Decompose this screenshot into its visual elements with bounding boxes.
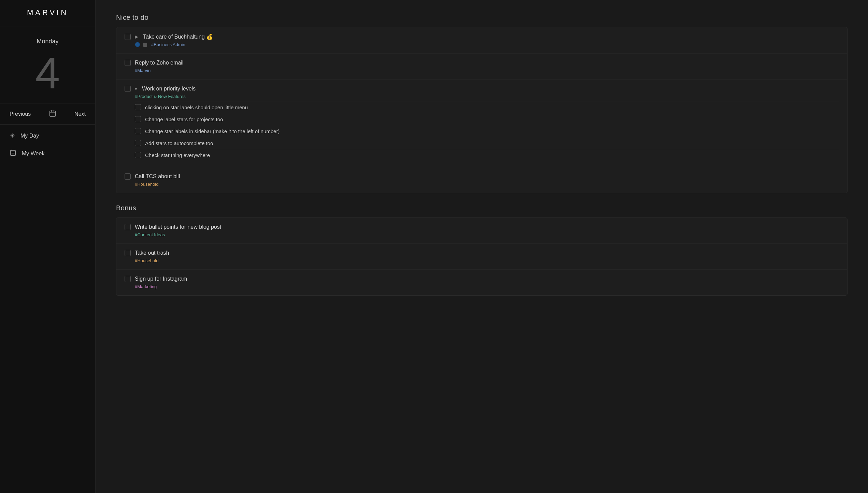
task-tag-row-task-buchhaltung: 🔵#Business Admin (125, 42, 839, 47)
task-item-task-tcs: Call TCS about bill#Household (116, 167, 847, 193)
sun-icon: ☀ (10, 132, 15, 140)
section-nice-to-do: Nice to do▶Take care of Buchhaltung 💰🔵#B… (116, 14, 848, 193)
calendar-icon-button[interactable] (49, 110, 56, 118)
task-text-task-buchhaltung: Take care of Buchhaltung 💰 (143, 33, 213, 40)
task-main-row-task-buchhaltung: ▶Take care of Buchhaltung 💰 (125, 33, 839, 40)
task-item-task-instagram: Sign up for Instagram#Marketing (116, 270, 847, 295)
sidebar-item-my-week[interactable]: My Week (0, 144, 95, 163)
task-tag-label-task-buchhaltung: #Business Admin (151, 42, 185, 47)
day-number: 4 (35, 51, 60, 95)
task-checkbox-task-buchhaltung[interactable] (125, 34, 131, 40)
logo-area: MARVIN (0, 0, 95, 27)
day-section: Monday 4 (0, 27, 95, 103)
next-button[interactable]: Next (74, 111, 86, 117)
task-tag-label-task-trash: #Household (135, 258, 158, 263)
task-list-nice-to-do: ▶Take care of Buchhaltung 💰🔵#Business Ad… (116, 27, 848, 193)
task-item-task-buchhaltung: ▶Take care of Buchhaltung 💰🔵#Business Ad… (116, 27, 847, 54)
sub-task-list-task-priority: clicking on star labels should open litt… (125, 101, 839, 161)
sub-task-checkbox-sub-3[interactable] (135, 128, 141, 134)
sidebar-item-my-day[interactable]: ☀ My Day (0, 127, 95, 144)
collapse-icon-task-priority[interactable]: ▾ (135, 86, 137, 91)
section-header-bonus: Bonus (116, 204, 848, 212)
svg-rect-0 (50, 111, 56, 117)
section-header-nice-to-do: Nice to do (116, 14, 848, 22)
task-checkbox-task-instagram[interactable] (125, 276, 131, 282)
sub-task-item-sub-1: clicking on star labels should open litt… (135, 101, 839, 113)
main-content: Nice to do▶Take care of Buchhaltung 💰🔵#B… (96, 0, 868, 493)
sub-task-text-sub-1: clicking on star labels should open litt… (145, 104, 248, 110)
task-tag-row-task-priority: #Product & New Features (125, 94, 839, 99)
previous-button[interactable]: Previous (10, 111, 31, 117)
sub-task-checkbox-sub-4[interactable] (135, 140, 141, 146)
task-checkbox-task-zoho[interactable] (125, 60, 131, 66)
task-checkbox-task-trash[interactable] (125, 250, 131, 256)
task-checkbox-task-blog[interactable] (125, 224, 131, 230)
day-name: Monday (37, 38, 58, 45)
sub-task-item-sub-2: Change label stars for projects too (135, 113, 839, 125)
task-tag-row-task-trash: #Household (125, 258, 839, 263)
task-text-task-tcs: Call TCS about bill (135, 173, 180, 180)
sub-task-checkbox-sub-1[interactable] (135, 104, 141, 110)
task-tag-label-task-priority: #Product & New Features (135, 94, 186, 99)
task-item-task-zoho: Reply to Zoho email#Marvin (116, 54, 847, 80)
task-checkbox-task-tcs[interactable] (125, 173, 131, 180)
sub-task-checkbox-sub-5[interactable] (135, 152, 141, 158)
nav-row: Previous Next (0, 103, 95, 125)
sub-task-item-sub-3: Change star labels in sidebar (make it t… (135, 125, 839, 137)
expand-icon-task-buchhaltung[interactable]: ▶ (135, 34, 138, 39)
sub-task-text-sub-3: Change star labels in sidebar (make it t… (145, 128, 280, 134)
svg-rect-4 (11, 150, 16, 155)
task-list-bonus: Write bullet points for new blog post#Co… (116, 217, 848, 296)
task-item-task-priority: ▾Work on priority levels#Product & New F… (116, 80, 847, 167)
calendar-week-icon (10, 149, 16, 158)
task-text-task-blog: Write bullet points for new blog post (135, 224, 221, 230)
sub-task-checkbox-sub-2[interactable] (135, 116, 141, 122)
task-tag-label-task-blog: #Content Ideas (135, 232, 165, 237)
task-main-row-task-priority: ▾Work on priority levels (125, 86, 839, 92)
task-text-task-priority: Work on priority levels (142, 86, 196, 92)
sub-task-text-sub-2: Change label stars for projects too (145, 116, 223, 122)
task-item-task-trash: Take out trash#Household (116, 244, 847, 270)
tag-square-icon (143, 43, 147, 47)
task-tag-row-task-zoho: #Marvin (125, 68, 839, 73)
task-main-row-task-zoho: Reply to Zoho email (125, 60, 839, 66)
task-text-task-trash: Take out trash (135, 250, 169, 256)
task-main-row-task-blog: Write bullet points for new blog post (125, 224, 839, 230)
sidebar-navigation: ☀ My Day My Week (0, 125, 95, 163)
task-tag-label-task-zoho: #Marvin (135, 68, 151, 73)
section-bonus: BonusWrite bullet points for new blog po… (116, 204, 848, 296)
task-main-row-task-tcs: Call TCS about bill (125, 173, 839, 180)
tag-icon: 🔵 (135, 42, 140, 47)
task-tag-label-task-instagram: #Marketing (135, 284, 157, 289)
task-tag-row-task-blog: #Content Ideas (125, 232, 839, 237)
sidebar-item-my-day-label: My Day (20, 133, 39, 139)
task-text-task-instagram: Sign up for Instagram (135, 276, 187, 282)
task-item-task-blog: Write bullet points for new blog post#Co… (116, 218, 847, 244)
task-main-row-task-instagram: Sign up for Instagram (125, 276, 839, 282)
task-tag-row-task-tcs: #Household (125, 182, 839, 187)
sidebar-item-my-week-label: My Week (22, 151, 44, 157)
sub-task-text-sub-5: Check star thing everywhere (145, 152, 210, 158)
task-main-row-task-trash: Take out trash (125, 250, 839, 256)
sidebar: MARVIN Monday 4 Previous Next ☀ My Day (0, 0, 96, 493)
sub-task-text-sub-4: Add stars to autocomplete too (145, 140, 213, 146)
task-tag-label-task-tcs: #Household (135, 182, 158, 187)
task-checkbox-task-priority[interactable] (125, 86, 131, 92)
task-tag-row-task-instagram: #Marketing (125, 284, 839, 289)
app-logo: MARVIN (27, 8, 68, 17)
task-text-task-zoho: Reply to Zoho email (135, 60, 183, 66)
sub-task-item-sub-4: Add stars to autocomplete too (135, 137, 839, 149)
calendar-icon (49, 110, 56, 117)
sub-task-item-sub-5: Check star thing everywhere (135, 149, 839, 161)
